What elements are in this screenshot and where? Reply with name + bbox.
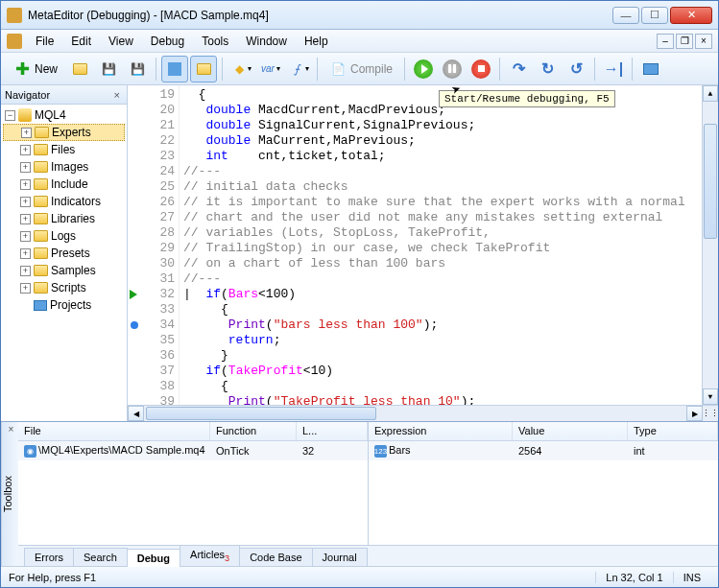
callstack-body[interactable]: ◉\MQL4\Experts\MACD Sample.mq4OnTick32 <box>18 441 368 545</box>
separator <box>156 58 156 81</box>
menu-debug[interactable]: Debug <box>143 33 192 50</box>
menu-help[interactable]: Help <box>297 33 336 50</box>
tree-item-logs[interactable]: +Logs <box>3 227 125 245</box>
tree-item-samples[interactable]: +Samples <box>3 262 125 279</box>
expand-icon[interactable]: + <box>20 231 31 242</box>
watch-body[interactable]: 123Bars2564int <box>369 441 718 545</box>
func-button[interactable]: ⨍▾ <box>285 56 312 82</box>
expand-icon[interactable]: + <box>20 197 31 207</box>
tab-code-base[interactable]: Code Base <box>239 548 312 566</box>
tree-item-projects[interactable]: Projects <box>3 296 125 314</box>
close-button[interactable]: ✕ <box>670 7 712 24</box>
navigator-close-button[interactable]: × <box>111 89 123 101</box>
scroll-thumb[interactable] <box>704 124 717 239</box>
mql-icon <box>18 108 32 122</box>
toolbox-label: Toolbox × <box>1 422 18 566</box>
menu-view[interactable]: View <box>101 33 141 50</box>
start-debug-button[interactable] <box>410 56 437 82</box>
col-function[interactable]: Function <box>210 422 297 440</box>
col-line[interactable]: L... <box>297 422 368 440</box>
tree-item-files[interactable]: +Files <box>3 141 125 158</box>
app-menu-icon[interactable] <box>7 34 22 49</box>
col-value[interactable]: Value <box>513 422 628 440</box>
compile-button[interactable]: 📄 Compile <box>323 56 399 82</box>
folder-icon <box>35 127 49 138</box>
mdi-minimize-button[interactable]: – <box>657 34 674 49</box>
stop-debug-button[interactable] <box>467 56 494 82</box>
expand-icon[interactable]: + <box>20 162 31 173</box>
scroll-up-button[interactable]: ▲ <box>703 85 718 102</box>
collapse-icon[interactable]: − <box>5 110 15 121</box>
tab-errors[interactable]: Errors <box>24 548 74 566</box>
step-over-icon: ↻ <box>541 59 554 78</box>
folder-icon <box>34 230 48 242</box>
tree-item-images[interactable]: +Images <box>3 158 125 176</box>
open-icon <box>71 60 88 78</box>
mdi-close-button[interactable]: × <box>695 34 712 49</box>
bookmark-icon: ◆ <box>230 60 248 78</box>
save-button[interactable]: 💾 <box>95 56 122 82</box>
maximize-button[interactable]: ☐ <box>641 7 668 24</box>
code-area[interactable]: { double MacdCurrent,MacdPrevious; doubl… <box>180 85 702 405</box>
hscroll-thumb[interactable] <box>146 407 376 420</box>
tree-item-libraries[interactable]: +Libraries <box>3 210 125 227</box>
stop-icon <box>471 59 491 79</box>
frame-icon: ◉ <box>24 445 36 458</box>
play-icon <box>414 59 433 79</box>
tree-item-include[interactable]: +Include <box>3 176 125 193</box>
mdi-restore-button[interactable]: ❐ <box>676 34 693 49</box>
horizontal-scrollbar[interactable]: ◀ ▶ ⋮⋮ <box>128 405 718 421</box>
scroll-left-button[interactable]: ◀ <box>128 406 144 421</box>
view-toolbox-button[interactable] <box>190 56 217 82</box>
bookmark-button[interactable]: ◆▾ <box>228 56 254 82</box>
step-out-button[interactable]: ↺ <box>563 56 589 82</box>
minimize-button[interactable]: — <box>612 7 639 24</box>
navigator-panel: Navigator × −MQL4+Experts+Files+Images+I… <box>1 85 128 421</box>
col-file[interactable]: File <box>18 422 210 440</box>
menu-file[interactable]: File <box>28 33 61 50</box>
breakpoint-margin[interactable] <box>128 85 143 405</box>
splitter-grip[interactable]: ⋮⋮ <box>703 406 718 421</box>
expand-icon[interactable]: + <box>20 248 31 259</box>
pause-debug-button[interactable] <box>439 56 466 82</box>
tab-debug[interactable]: Debug <box>127 549 180 567</box>
var-button[interactable]: var▾ <box>256 56 283 82</box>
chart-button[interactable] <box>637 56 664 82</box>
expand-icon[interactable]: + <box>21 128 32 138</box>
run-to-button[interactable]: →| <box>600 56 627 82</box>
step-over-button[interactable]: ↻ <box>534 56 561 82</box>
vertical-scrollbar[interactable]: ▲ ▼ <box>702 85 718 405</box>
col-expression[interactable]: Expression <box>369 422 513 440</box>
save-all-button[interactable]: 💾 <box>124 56 151 82</box>
tree-item-experts[interactable]: +Experts <box>3 124 125 141</box>
expand-icon[interactable]: + <box>20 283 31 294</box>
watch-row[interactable]: 123Bars2564int <box>369 441 718 460</box>
tab-articles[interactable]: Articles3 <box>180 545 240 566</box>
new-icon: ✚ <box>13 60 31 78</box>
menu-tools[interactable]: Tools <box>194 33 236 50</box>
scroll-down-button[interactable]: ▼ <box>703 388 718 405</box>
new-button[interactable]: ✚ New <box>7 56 64 82</box>
col-type[interactable]: Type <box>628 422 718 440</box>
toolbox-close-button[interactable]: × <box>6 424 16 435</box>
tab-search[interactable]: Search <box>73 548 128 566</box>
stack-row[interactable]: ◉\MQL4\Experts\MACD Sample.mq4OnTick32 <box>18 441 368 460</box>
expand-icon[interactable]: + <box>20 214 31 224</box>
expand-icon[interactable]: + <box>20 179 31 190</box>
menu-window[interactable]: Window <box>238 33 295 50</box>
view-navigator-button[interactable] <box>161 56 188 82</box>
step-into-button[interactable]: ↷ <box>505 56 532 82</box>
tree-item-scripts[interactable]: +Scripts <box>3 279 125 296</box>
tree-item-indicators[interactable]: +Indicators <box>3 193 125 210</box>
tree-item-presets[interactable]: +Presets <box>3 245 125 262</box>
expand-icon[interactable]: + <box>20 145 31 155</box>
menu-edit[interactable]: Edit <box>63 33 99 50</box>
scroll-right-button[interactable]: ▶ <box>686 406 703 421</box>
open-button[interactable] <box>66 56 93 82</box>
tab-journal[interactable]: Journal <box>312 548 368 566</box>
navigator-tree[interactable]: −MQL4+Experts+Files+Images+Include+Indic… <box>1 105 127 421</box>
expand-icon[interactable]: + <box>20 266 31 276</box>
code-editor: 1920212223242526272829303132333435363738… <box>128 85 718 421</box>
project-icon <box>34 300 47 311</box>
tree-root[interactable]: −MQL4 <box>3 106 125 124</box>
